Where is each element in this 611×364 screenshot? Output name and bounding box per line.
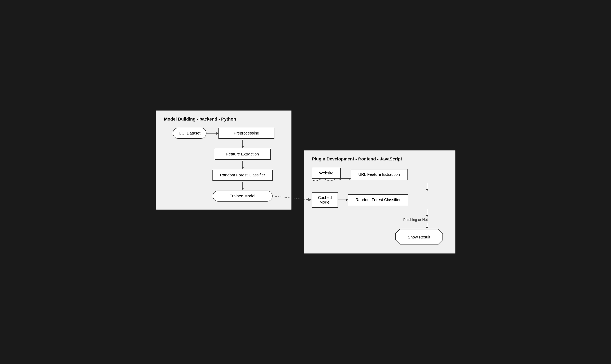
website-wave-svg xyxy=(312,178,341,182)
uci-to-preprocessing-arrow xyxy=(207,132,219,135)
right-panel-content: Website URL Feature Extraction xyxy=(312,168,447,246)
uci-preprocessing-row: UCI Dataset Preprocessing xyxy=(173,128,274,139)
cached-rfc-row: CachedModel Random Forest Classifier xyxy=(312,192,447,208)
feature-extraction-node: Feature Extraction xyxy=(215,149,271,160)
phishing-label: Phishing or Not xyxy=(403,218,428,222)
rfc-to-show-arrow xyxy=(426,208,429,218)
cached-top-line xyxy=(313,192,338,193)
cached-model-wrapper: CachedModel xyxy=(312,192,338,208)
right-panel-title: Plugin Development - frontend - JavaScri… xyxy=(312,156,447,162)
cached-model-text: CachedModel xyxy=(318,195,332,204)
cached-model-node: CachedModel xyxy=(312,192,338,208)
rfc-node-left: Random Forest Classifier xyxy=(212,170,273,181)
website-wrapper: Website xyxy=(312,168,341,182)
diagram-container: Model Building - backend - Python UCI Da… xyxy=(156,110,456,254)
feature-to-rfc-arrow xyxy=(241,160,244,170)
left-panel: Model Building - backend - Python UCI Da… xyxy=(156,110,292,210)
right-panel: Plugin Development - frontend - JavaScri… xyxy=(304,150,456,254)
show-result-wrapper: Show Result xyxy=(395,229,443,246)
url-to-rfc-arrow xyxy=(426,182,429,192)
show-result-container: Show Result xyxy=(312,229,443,246)
cached-to-rfc-arrow xyxy=(338,198,348,201)
rfc-to-trained-arrow xyxy=(241,181,244,191)
trained-model-node: Trained Model xyxy=(213,191,273,202)
rfc-to-show-arrow-container xyxy=(312,208,447,218)
left-panel-title: Model Building - backend - Python xyxy=(164,117,283,122)
rfc-node-right: Random Forest Classifier xyxy=(348,194,408,205)
preprocessing-to-feature-arrow xyxy=(241,139,244,149)
website-to-url-arrow xyxy=(341,177,351,180)
preprocessing-node: Preprocessing xyxy=(219,128,274,139)
url-to-rfc-arrow-container xyxy=(312,182,447,192)
url-feature-extraction-node: URL Feature Extraction xyxy=(351,169,407,180)
rfc-column-right: Random Forest Classifier xyxy=(348,194,408,205)
uci-dataset-node: UCI Dataset xyxy=(173,128,207,139)
website-node: Website xyxy=(312,168,341,179)
right-top-row: Website URL Feature Extraction xyxy=(312,168,447,182)
phishing-to-result-arrow-container xyxy=(312,223,447,229)
phishing-label-container: Phishing or Not xyxy=(312,218,428,223)
phishing-to-result-arrow xyxy=(426,223,429,229)
left-panel-content: UCI Dataset Preprocessing Feature Extrac… xyxy=(164,128,283,202)
show-result-label: Show Result xyxy=(408,235,430,239)
